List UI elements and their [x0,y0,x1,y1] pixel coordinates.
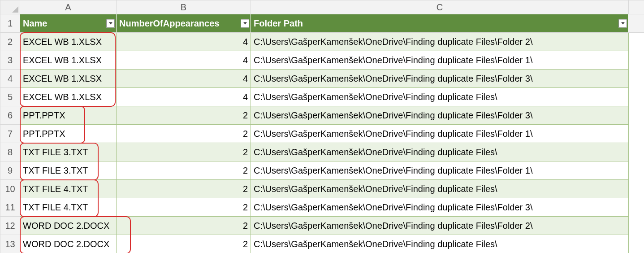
row-header-8[interactable]: 8 [0,143,20,161]
row-header-9[interactable]: 9 [0,161,20,180]
cell-count[interactable]: 2 [117,143,251,161]
cell-count[interactable]: 4 [117,51,251,70]
table-row: 10TXT FILE 4.TXT2C:\Users\GašperKamenšek… [0,180,644,198]
table-header-name-label: Name [23,18,47,28]
chevron-down-icon [621,22,625,25]
cell-count[interactable]: 4 [117,88,251,106]
cell-path[interactable]: C:\Users\GašperKamenšek\OneDrive\Finding… [251,235,629,253]
cell-path[interactable]: C:\Users\GašperKamenšek\OneDrive\Finding… [251,143,629,161]
table-header-folder-label: Folder Path [254,18,303,28]
table-row: 6PPT.PPTX2C:\Users\GašperKamenšek\OneDri… [0,106,644,125]
cell-count[interactable]: 2 [117,125,251,143]
select-all-button[interactable] [0,0,20,14]
cell-path[interactable]: C:\Users\GašperKamenšek\OneDrive\Finding… [251,88,629,106]
row-header-4[interactable]: 4 [0,70,20,88]
cell-count[interactable]: 2 [117,106,251,125]
table-row: 9TXT FILE 3.TXT2C:\Users\GašperKamenšek\… [0,161,644,180]
column-header-B[interactable]: B [117,0,251,14]
cell-count[interactable]: 2 [117,161,251,180]
cell-name[interactable]: EXCEL WB 1.XLSX [20,33,117,51]
cell-name[interactable]: TXT FILE 3.TXT [20,143,117,161]
table-header-row: 1 Name NumberOfAppearances Folder Path [0,14,644,33]
cell-name[interactable]: PPT.PPTX [20,125,117,143]
table-header-folder[interactable]: Folder Path [251,14,629,33]
table-row: 7PPT.PPTX2C:\Users\GašperKamenšek\OneDri… [0,125,644,143]
row-header-10[interactable]: 10 [0,180,20,198]
table-row: 2EXCEL WB 1.XLSX4C:\Users\GašperKamenšek… [0,33,644,51]
filter-button-appearances[interactable] [241,19,249,28]
scrollbar-gutter-top [629,0,644,14]
cell-count[interactable]: 4 [117,33,251,51]
cell-path[interactable]: C:\Users\GašperKamenšek\OneDrive\Finding… [251,125,629,143]
row-header-2[interactable]: 2 [0,33,20,51]
table-row: 3EXCEL WB 1.XLSX4C:\Users\GašperKamenšek… [0,51,644,70]
select-all-triangle-icon [12,6,18,13]
cell-path[interactable]: C:\Users\GašperKamenšek\OneDrive\Finding… [251,33,629,51]
cell-name[interactable]: WORD DOC 2.DOCX [20,217,117,235]
cell-path[interactable]: C:\Users\GašperKamenšek\OneDrive\Finding… [251,51,629,70]
cell-name[interactable]: PPT.PPTX [20,106,117,125]
row-header-6[interactable]: 6 [0,106,20,125]
cell-name[interactable]: EXCEL WB 1.XLSX [20,88,117,106]
table-row: 13WORD DOC 2.DOCX2C:\Users\GašperKamenše… [0,235,644,253]
cell-count[interactable]: 2 [117,180,251,198]
chevron-down-icon [243,22,247,25]
column-header-A[interactable]: A [20,0,117,14]
cell-name[interactable]: EXCEL WB 1.XLSX [20,70,117,88]
cell-count[interactable]: 4 [117,70,251,88]
cell-path[interactable]: C:\Users\GašperKamenšek\OneDrive\Finding… [251,161,629,180]
cell-path[interactable]: C:\Users\GašperKamenšek\OneDrive\Finding… [251,70,629,88]
filter-button-folder[interactable] [618,19,627,28]
cell-name[interactable]: TXT FILE 4.TXT [20,180,117,198]
cell-path[interactable]: C:\Users\GašperKamenšek\OneDrive\Finding… [251,198,629,217]
cell-count[interactable]: 2 [117,217,251,235]
table-row: 12WORD DOC 2.DOCX2C:\Users\GašperKamenše… [0,217,644,235]
vertical-scrollbar[interactable] [629,14,644,33]
cell-path[interactable]: C:\Users\GašperKamenšek\OneDrive\Finding… [251,180,629,198]
row-header-13[interactable]: 13 [0,235,20,253]
cell-count[interactable]: 2 [117,198,251,217]
table-header-appearances[interactable]: NumberOfAppearances [117,14,251,33]
cell-name[interactable]: TXT FILE 4.TXT [20,198,117,217]
table-header-name[interactable]: Name [20,14,117,33]
row-header-7[interactable]: 7 [0,125,20,143]
row-header-1[interactable]: 1 [0,14,20,33]
cell-path[interactable]: C:\Users\GašperKamenšek\OneDrive\Finding… [251,217,629,235]
cell-path[interactable]: C:\Users\GašperKamenšek\OneDrive\Finding… [251,106,629,125]
row-header-5[interactable]: 5 [0,88,20,106]
cell-name[interactable]: TXT FILE 3.TXT [20,161,117,180]
table-row: 8TXT FILE 3.TXT2C:\Users\GašperKamenšek\… [0,143,644,161]
cell-name[interactable]: EXCEL WB 1.XLSX [20,51,117,70]
filter-button-name[interactable] [106,19,115,28]
column-header-C[interactable]: C [251,0,629,14]
row-header-12[interactable]: 12 [0,217,20,235]
table-row: 4EXCEL WB 1.XLSX4C:\Users\GašperKamenšek… [0,70,644,88]
row-header-11[interactable]: 11 [0,198,20,217]
row-header-3[interactable]: 3 [0,51,20,70]
cell-count[interactable]: 2 [117,235,251,253]
table-row: 5EXCEL WB 1.XLSX4C:\Users\GašperKamenšek… [0,88,644,106]
table-header-appearances-label: NumberOfAppearances [119,18,219,28]
column-header-row: A B C [0,0,644,14]
chevron-down-icon [109,22,112,25]
cell-name[interactable]: WORD DOC 2.DOCX [20,235,117,253]
table-row: 11TXT FILE 4.TXT2C:\Users\GašperKamenšek… [0,198,644,217]
